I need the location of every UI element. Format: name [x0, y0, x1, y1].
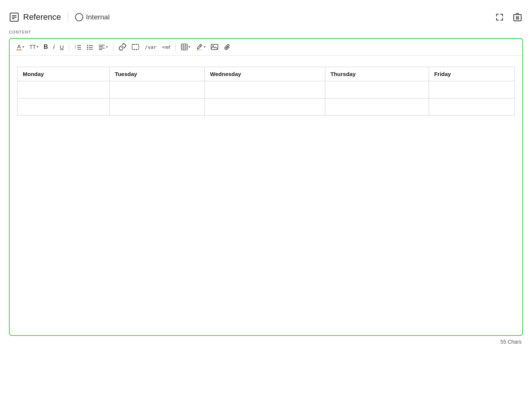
delete-button[interactable] [512, 11, 523, 23]
content-table: Monday Tuesday Wednesday Thursday Friday [17, 67, 515, 116]
svg-rect-26 [181, 44, 187, 50]
ref-button[interactable]: +ref [159, 43, 172, 51]
internal-circle-icon [75, 13, 83, 21]
header: Reference Internal [9, 7, 523, 30]
underline-button[interactable]: U [57, 43, 66, 51]
font-color-bar [16, 50, 22, 50]
editor-footer: 55 Chars [9, 336, 523, 345]
svg-point-15 [87, 45, 88, 46]
font-size-button[interactable]: TT ▾ [27, 43, 41, 51]
table-header-row: Monday Tuesday Wednesday Thursday Friday [18, 67, 515, 81]
highlight-chevron: ▾ [204, 45, 206, 49]
cell-r0-c1[interactable] [109, 81, 204, 98]
svg-rect-25 [132, 44, 139, 50]
cell-r0-c2[interactable] [205, 81, 325, 98]
divider-2 [113, 43, 113, 51]
image-button[interactable] [209, 42, 220, 52]
divider-1 [69, 43, 69, 51]
editor-body[interactable]: Monday Tuesday Wednesday Thursday Friday [10, 56, 522, 335]
svg-line-31 [200, 45, 201, 47]
font-color-chevron: ▾ [22, 45, 24, 49]
cell-r0-c4[interactable] [429, 81, 514, 98]
ref-label: +ref [162, 45, 170, 50]
col-friday[interactable]: Friday [429, 67, 514, 81]
table-row [18, 81, 515, 98]
italic-button[interactable]: i [51, 42, 57, 51]
cell-r1-c4[interactable] [429, 98, 514, 116]
toolbar-font-color-group: A ▾ [14, 42, 26, 52]
image-icon [211, 43, 218, 51]
align-button[interactable]: ▾ [96, 42, 110, 52]
col-tuesday[interactable]: Tuesday [109, 67, 204, 81]
italic-label: i [53, 44, 55, 50]
reference-icon [9, 12, 19, 22]
svg-text:2.: 2. [75, 47, 76, 49]
bracket-icon [131, 43, 140, 51]
char-count: 55 Chars [500, 339, 522, 345]
toolbar-font-size-group: TT ▾ [27, 43, 41, 51]
font-color-button[interactable]: A ▾ [14, 42, 26, 52]
table-icon [181, 44, 188, 50]
align-icon [98, 44, 105, 50]
link-icon [119, 43, 126, 51]
table-chevron: ▾ [188, 45, 190, 49]
table-button[interactable]: ▾ [179, 42, 193, 52]
svg-rect-34 [211, 44, 218, 50]
editor-container: A ▾ TT ▾ B i U [9, 38, 523, 336]
align-chevron: ▾ [106, 45, 108, 49]
cell-r1-c0[interactable] [18, 98, 110, 116]
bold-label: B [44, 44, 48, 50]
var-label: /var [145, 45, 156, 50]
cell-r1-c3[interactable] [325, 98, 429, 116]
svg-point-16 [87, 47, 88, 48]
bracket-button[interactable] [129, 42, 142, 52]
highlight-icon [195, 43, 203, 51]
cell-r1-c1[interactable] [109, 98, 204, 116]
var-button[interactable]: /var [143, 43, 159, 51]
col-wednesday[interactable]: Wednesday [205, 67, 325, 81]
font-color-A: A [16, 44, 22, 50]
col-monday[interactable]: Monday [18, 67, 110, 81]
svg-point-35 [213, 45, 214, 47]
table-row [18, 98, 515, 116]
content-section-label: CONTENT [9, 30, 523, 34]
cell-r0-c0[interactable] [18, 81, 110, 98]
unordered-list-icon [87, 44, 93, 50]
attachment-button[interactable] [221, 42, 233, 52]
ordered-list-icon: 1. 2. [75, 44, 81, 50]
divider-3 [175, 43, 176, 51]
internal-label: Internal [86, 13, 110, 21]
font-size-TT: TT [29, 44, 36, 50]
unordered-list-button[interactable] [84, 42, 96, 52]
link-button[interactable] [116, 42, 128, 52]
underline-U: U [60, 44, 64, 50]
reference-title: Reference [23, 12, 61, 22]
cell-r1-c2[interactable] [205, 98, 325, 116]
header-left: Reference Internal [9, 12, 110, 22]
expand-button[interactable] [494, 12, 505, 23]
attachment-icon [223, 43, 231, 51]
svg-point-17 [87, 49, 88, 50]
header-right [494, 11, 523, 23]
header-reference: Reference [9, 12, 68, 22]
font-size-chevron: ▾ [37, 45, 38, 49]
cell-r0-c3[interactable] [325, 81, 429, 98]
header-internal: Internal [68, 13, 110, 21]
col-thursday[interactable]: Thursday [325, 67, 429, 81]
bold-button[interactable]: B [41, 42, 50, 51]
highlight-button[interactable]: ▾ [193, 42, 208, 52]
ordered-list-button[interactable]: 1. 2. [72, 42, 84, 52]
toolbar: A ▾ TT ▾ B i U [10, 39, 522, 56]
